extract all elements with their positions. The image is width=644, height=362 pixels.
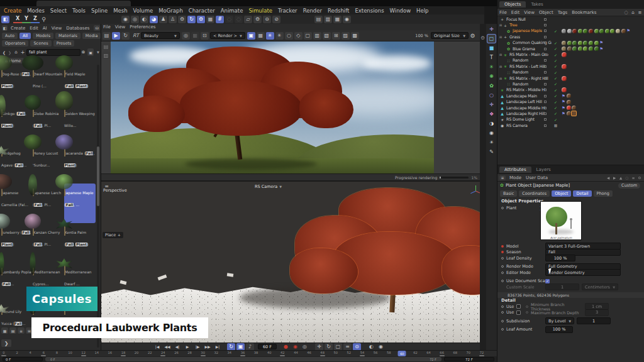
param-dot[interactable] [501,272,504,274]
enabled-check-icon[interactable]: ✓ [554,53,557,57]
move-tool-icon[interactable]: ✛ [487,25,496,33]
tag-chips[interactable]: ⚑ [562,40,604,45]
text-tool-icon[interactable]: T [487,53,496,62]
joint-icon[interactable]: ⚙ [178,16,186,23]
visibility-dots[interactable] [544,41,548,44]
param-value-field[interactable]: 100 % [545,326,573,333]
tag-chips[interactable]: ⚑ [562,94,572,99]
visibility-dots[interactable] [544,48,548,50]
texture-flag-icon[interactable]: ⚑ [562,106,565,111]
material-chip[interactable] [562,47,566,51]
param-checkbox[interactable]: ✓ [545,279,550,283]
no-rotation-icon[interactable]: ⊘ [272,16,280,23]
param-value-field[interactable]: 1 [577,317,611,324]
spline-icon[interactable]: ○ [487,91,496,99]
object-row[interactable]: ∷Random✓ [497,58,644,63]
rv-menu-view[interactable]: View [115,25,126,30]
timeline-ruler[interactable]: 0246810121416182022242628303234363840424… [0,350,497,356]
material-chip[interactable] [616,29,620,33]
tag-chips[interactable]: ⚑ [562,47,604,52]
object-row[interactable]: ⊟+Grass [497,34,644,40]
object-row[interactable]: ∷Random✓ [497,70,644,75]
cache-icon[interactable]: ↻ [187,16,196,23]
grid-icon[interactable]: ▦ [191,32,199,40]
aov-icon[interactable]: ◎ [182,32,190,40]
visibility-dots[interactable] [544,30,548,32]
material-chip[interactable] [589,29,593,33]
cloth-icon[interactable]: ◐ [140,16,148,23]
place-tool-chip[interactable]: Place✛ [103,232,123,238]
crop-icon[interactable]: ⊡ [201,32,209,40]
texture-flag-icon[interactable]: ⚑ [562,94,565,99]
material-chip[interactable] [567,41,572,45]
use-checkbox[interactable] [516,310,521,315]
asset-item[interactable]: Juneberry (Fall, Plant) [1,223,33,263]
loop-icon[interactable]: ↻ [227,343,235,351]
magnet-icon[interactable]: ⊙ [353,343,361,351]
collider-icon[interactable]: ♟ [159,16,167,23]
circle-icon[interactable]: ○ [285,32,293,40]
om-menu-object[interactable]: Object [539,10,553,15]
camera-tool-icon[interactable]: ◉ [487,129,496,137]
cloth-sim-icon[interactable]: ◕ [150,16,158,23]
menu-volume[interactable]: Volume [133,8,153,14]
chevron-down-icon[interactable]: ▼ [97,50,99,54]
visibility-dots[interactable] [544,101,548,103]
search-input[interactable] [26,49,80,56]
material-chip[interactable] [583,47,587,51]
expand-icon[interactable]: ⊟ [499,23,502,27]
disabled-cross-icon[interactable]: ⊠ [554,123,557,128]
material-chip[interactable] [599,29,604,33]
cube-primitive-icon[interactable]: ■ [487,44,496,52]
enabled-check-icon[interactable]: ✓ [554,111,557,116]
menu-mograph[interactable]: MoGraph [158,8,183,14]
visibility-dots[interactable] [544,118,548,121]
asset-menu-ai[interactable]: AI [43,26,47,31]
use-checkbox[interactable] [516,304,521,309]
menu-help[interactable]: Help [416,8,428,14]
gear-icon[interactable]: ⚙ [469,32,477,40]
save-incr-icon[interactable]: ▦ [333,16,341,23]
rv-menu-preferences[interactable]: Preferences [130,25,155,30]
enabled-check-icon[interactable]: ✓ [554,94,557,98]
material-chip[interactable] [562,41,566,45]
om-menu-edit[interactable]: Edit [511,10,520,15]
texture-flag-icon[interactable]: ⚑ [599,47,603,52]
visibility-dots[interactable] [544,112,548,115]
sim-settings-icon[interactable]: ⚙ [197,16,205,23]
menu-spline[interactable]: Spline [91,8,108,14]
autokey-icon[interactable]: ◉ [291,343,299,351]
menu-extensions[interactable]: Extensions [355,8,384,14]
enabled-check-icon[interactable]: ✓ [554,47,557,51]
object-row[interactable]: +Focus Null [497,16,644,22]
light-tool-icon[interactable]: ☀ [487,138,496,146]
visibility-dots[interactable] [544,89,548,91]
material-chip[interactable] [594,41,599,45]
material-chip[interactable] [610,29,614,33]
om-menu-bookmarks[interactable]: Bookmarks [572,10,596,15]
view-list-icon[interactable]: ▤ [9,327,16,334]
texture-flag-icon[interactable]: ⚑ [562,99,565,104]
material-chip[interactable] [583,41,587,45]
object-row[interactable]: ✿Japanese Maple✓⚑ [497,28,644,34]
compare-icon[interactable]: ✳ [275,32,284,40]
goto-end-icon[interactable]: ▶| [213,343,222,351]
visibility-dots[interactable] [544,65,548,68]
texture-flag-icon[interactable]: ⚑ [626,28,630,33]
up-icon[interactable]: ▲ [618,174,623,182]
snapshot-icon[interactable]: ✳ [266,32,274,40]
visibility-dots[interactable] [544,71,548,74]
param-dot[interactable] [501,251,504,253]
tag-chips[interactable] [562,64,568,69]
om-tab-objects[interactable]: Objects [499,1,526,8]
attr-menu-mode[interactable]: Mode [509,175,521,180]
param-dot[interactable] [501,320,504,322]
forward-icon[interactable]: ❯ [8,48,12,56]
visibility-dots[interactable] [544,124,548,127]
menu-tools[interactable]: Tools [72,8,86,14]
object-row[interactable]: ▲Landscape Main✓⚑ [497,93,644,99]
param-value-field[interactable]: 3 [585,309,609,316]
render-settings-icon[interactable]: ◉ [377,343,385,351]
dim-icon-b[interactable]: ◌ [235,16,243,23]
axis-lock-z[interactable]: Z [31,16,40,23]
